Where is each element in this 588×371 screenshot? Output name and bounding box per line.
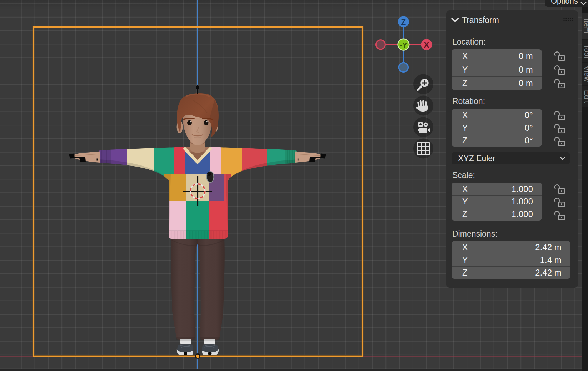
svg-text:-Y: -Y [400,41,407,49]
svg-text:X: X [424,40,429,50]
svg-text:Z: Z [401,18,406,27]
